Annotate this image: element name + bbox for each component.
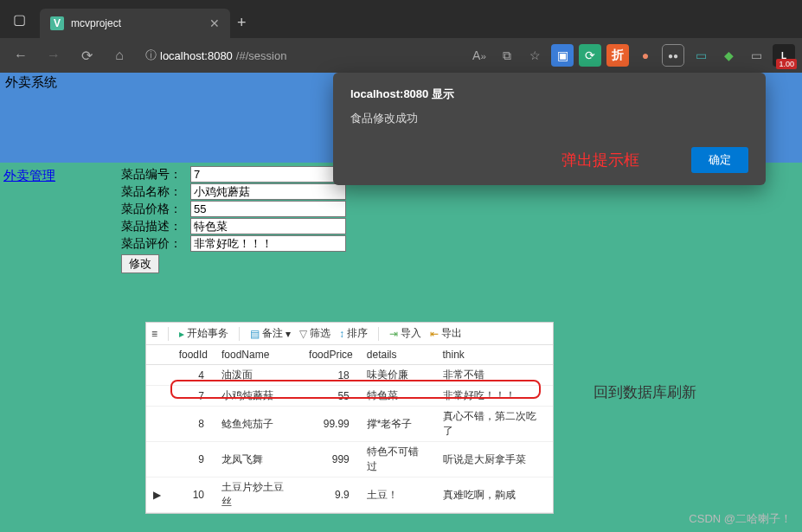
ext-icon-3[interactable]: 折 [606,44,629,67]
url-path: /#/session [236,49,287,62]
col-details[interactable]: details [360,345,436,365]
table-row[interactable]: ▶10土豆片炒土豆丝9.9土豆！真难吃啊，齁咸 [146,478,553,513]
ext-icon-8[interactable]: ▭ [745,44,767,67]
window-menu-icon[interactable]: ▢ [7,7,31,31]
sidebar: 外卖管理 [0,163,121,277]
col-foodprice[interactable]: foodPrice [301,345,360,365]
tab-favicon: V [50,16,64,30]
db-result-panel: ≡ ▸开始事务 ▤备注 ▾ ▽筛选 ↕排序 ⇥导入 ⇤导出 foodId foo… [145,322,554,514]
table-row[interactable]: 7小鸡炖蘑菇55特色菜非常好吃！！！ [146,386,553,407]
input-food-review[interactable] [190,235,346,252]
label-food-id: 菜品编号： [121,167,190,183]
col-foodid[interactable]: foodId [168,345,215,365]
address-bar[interactable]: ⓘ localhost:8080/#/session [145,48,286,63]
browser-tab-strip: ▢ V mcvproject ✕ + [0,0,802,38]
tb-sort[interactable]: ↕排序 [339,326,368,341]
alert-title: localhost:8080 显示 [350,87,748,102]
url-host: localhost:8080 [160,49,233,62]
alert-ok-button[interactable]: 确定 [691,147,748,173]
header-title: 外卖系统 [5,74,57,89]
refresh-button[interactable]: ⟳ [73,42,100,69]
browser-tab[interactable]: V mcvproject ✕ [40,9,230,38]
alert-annotation: 弹出提示框 [561,150,639,170]
submit-button[interactable]: 修改 [121,254,159,273]
db-table[interactable]: foodId foodName foodPrice details think … [146,345,553,513]
menu-icon[interactable]: ≡ [151,328,157,340]
label-food-desc: 菜品描述： [121,219,190,234]
tb-export[interactable]: ⇤导出 [430,326,462,341]
site-info-icon[interactable]: ⓘ [145,48,157,63]
tb-begin-transaction[interactable]: ▸开始事务 [179,326,228,341]
tb-import[interactable]: ⇥导入 [389,326,421,341]
alert-dialog: localhost:8080 显示 食品修改成功 弹出提示框 确定 [333,73,766,185]
ext-icon-6[interactable]: ▭ [690,44,712,67]
reader-icon[interactable]: A» [468,44,491,67]
favorite-icon[interactable]: ☆ [523,44,546,67]
label-food-price: 菜品价格： [121,202,190,217]
col-think[interactable]: think [436,345,554,365]
table-row[interactable]: 9龙凤飞舞999特色不可错过听说是大厨拿手菜 [146,442,553,478]
col-foodname[interactable]: foodName [215,345,301,365]
ext-icon-5[interactable]: ●● [662,44,684,67]
input-food-name[interactable] [190,183,346,200]
extension-badge: 1.00 [776,59,797,69]
sidebar-link-manage[interactable]: 外卖管理 [0,166,121,186]
db-toolbar: ≡ ▸开始事务 ▤备注 ▾ ▽筛选 ↕排序 ⇥导入 ⇤导出 [146,323,553,345]
input-food-price[interactable] [190,201,346,217]
annotation-refresh: 回到数据库刷新 [593,382,696,402]
ext-icon-1[interactable]: ▣ [551,44,574,67]
ext-icon-2[interactable]: ⟳ [579,44,601,67]
input-food-id[interactable] [190,166,346,183]
ext-icon-4[interactable]: ● [634,44,657,67]
back-button[interactable]: ← [7,42,35,69]
ext-icon-7[interactable]: ◆ [717,44,740,67]
browser-toolbar: ← → ⟳ ⌂ ⓘ localhost:8080/#/session A» ⧉ … [0,38,802,73]
alert-message: 食品修改成功 [350,111,748,126]
forward-button[interactable]: → [40,42,67,69]
tb-filter[interactable]: ▽筛选 [299,326,330,341]
close-icon[interactable]: ✕ [209,16,220,30]
new-tab-button[interactable]: + [237,14,247,32]
label-food-review: 菜品评价： [121,236,190,252]
input-food-desc[interactable] [190,218,346,234]
home-button[interactable]: ⌂ [106,42,133,69]
collections-icon[interactable]: ⧉ [496,44,518,67]
table-row[interactable]: 4油泼面18味美价廉非常不错 [146,365,553,386]
tab-title: mcvproject [71,17,121,29]
tb-remark[interactable]: ▤备注 ▾ [250,326,291,341]
watermark: CSDN @二哈喇子！ [689,511,792,527]
label-food-name: 菜品名称： [121,184,190,200]
table-row[interactable]: 8鲶鱼炖茄子99.99撑*老爷子真心不错，第二次吃了 [146,407,553,442]
